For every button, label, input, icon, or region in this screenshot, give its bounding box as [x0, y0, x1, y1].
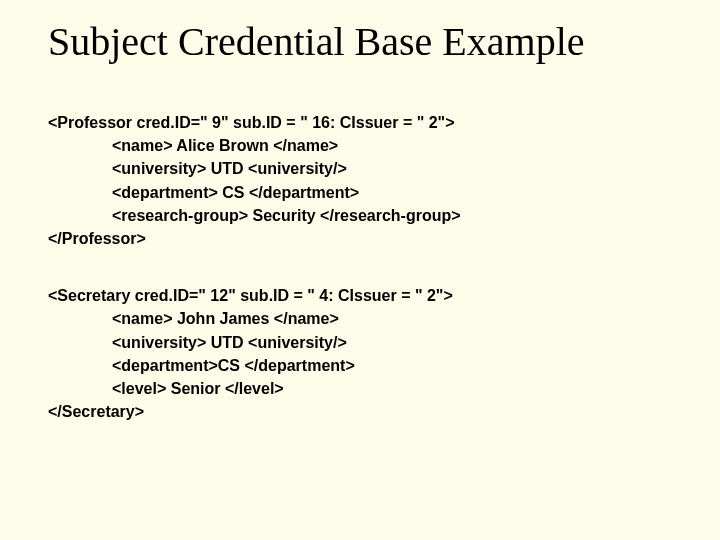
code-line: <department>CS </department>: [48, 354, 672, 377]
code-line: </Secretary>: [48, 400, 672, 423]
slide: Subject Credential Base Example <Profess…: [0, 0, 720, 540]
code-line: <Secretary cred.ID=" 12" sub.ID = " 4: C…: [48, 284, 672, 307]
code-line: <name> John James </name>: [48, 307, 672, 330]
code-line: <research-group> Security </research-gro…: [48, 204, 672, 227]
code-line: <Professor cred.ID=" 9" sub.ID = " 16: C…: [48, 111, 672, 134]
code-line: <university> UTD <university/>: [48, 331, 672, 354]
code-line: <department> CS </department>: [48, 181, 672, 204]
code-line: <university> UTD <university/>: [48, 157, 672, 180]
professor-block: <Professor cred.ID=" 9" sub.ID = " 16: C…: [48, 111, 672, 250]
code-line: <name> Alice Brown </name>: [48, 134, 672, 157]
page-title: Subject Credential Base Example: [48, 18, 672, 65]
code-line: </Professor>: [48, 227, 672, 250]
code-line: <level> Senior </level>: [48, 377, 672, 400]
secretary-block: <Secretary cred.ID=" 12" sub.ID = " 4: C…: [48, 284, 672, 423]
